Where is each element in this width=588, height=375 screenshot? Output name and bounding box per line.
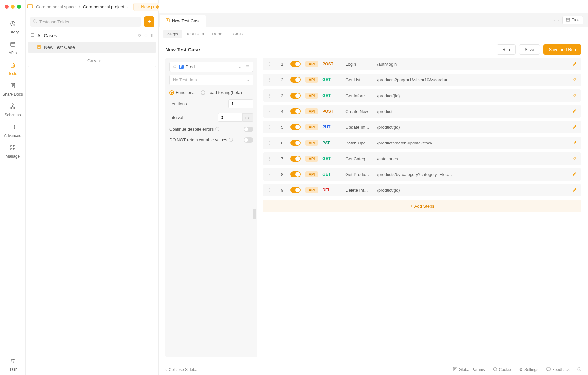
workspace-name[interactable]: Cora personal space — [36, 4, 76, 9]
radio-load-testing[interactable]: Load testing(beta) — [201, 90, 242, 95]
panel-resize-handle[interactable] — [253, 209, 256, 219]
rail-history[interactable]: History — [0, 17, 25, 38]
drag-handle-icon[interactable]: ⋮⋮ — [267, 188, 276, 193]
testdata-selector[interactable]: No Test data ⌄ — [169, 75, 253, 85]
close-window-icon[interactable] — [5, 5, 9, 9]
api-badge: API — [305, 140, 318, 146]
create-button[interactable]: + Create — [28, 55, 156, 67]
interval-unit: ms — [243, 113, 253, 122]
drag-handle-icon[interactable]: ⋮⋮ — [267, 109, 276, 114]
save-and-run-button[interactable]: Save and Run — [543, 44, 581, 55]
subtab-cicd[interactable]: CICD — [229, 30, 247, 38]
subtab-test-data[interactable]: Test Data — [182, 30, 208, 38]
edit-icon[interactable] — [572, 77, 577, 83]
drag-handle-icon[interactable]: ⋮⋮ — [267, 156, 276, 161]
rail-share-docs[interactable]: Share Docs — [0, 79, 25, 100]
diamond-icon[interactable]: ◇ — [144, 33, 148, 38]
edit-icon[interactable] — [572, 109, 577, 114]
edit-icon[interactable] — [572, 124, 577, 130]
step-row[interactable]: ⋮⋮ 6 API PAT Batch Upd… /products/batch-… — [263, 137, 581, 149]
edit-icon[interactable] — [572, 188, 577, 193]
drag-handle-icon[interactable]: ⋮⋮ — [267, 172, 276, 177]
step-toggle[interactable] — [290, 187, 301, 193]
chevron-down-icon[interactable]: ⌄ — [127, 4, 130, 9]
breadcrumb[interactable]: Cora personal space / Cora personal proj… — [36, 4, 130, 9]
edit-icon[interactable] — [572, 156, 577, 162]
http-method: PAT — [322, 141, 341, 145]
case-item[interactable]: New Test Case — [28, 42, 156, 53]
drag-handle-icon[interactable]: ⋮⋮ — [267, 140, 276, 145]
add-button[interactable]: + — [144, 16, 154, 27]
rail-apis[interactable]: APIs — [0, 38, 25, 58]
svg-point-15 — [34, 20, 36, 22]
tab-more-button[interactable]: ⋯ — [216, 15, 229, 25]
step-toggle[interactable] — [290, 61, 301, 67]
step-toggle[interactable] — [290, 93, 301, 99]
info-icon[interactable]: ⓘ — [577, 367, 581, 372]
help-icon[interactable]: ⓘ — [215, 127, 219, 132]
cookie-button[interactable]: Cookie — [493, 367, 511, 372]
interval-input[interactable] — [218, 113, 243, 122]
help-icon[interactable]: ⓘ — [229, 137, 233, 142]
sort-icon[interactable]: ⇅ — [150, 33, 154, 38]
search-placeholder: Testcase/Folder — [39, 19, 70, 24]
drag-handle-icon[interactable]: ⋮⋮ — [267, 124, 276, 130]
rail-manage[interactable]: Manage — [0, 141, 25, 162]
nav-next-icon[interactable]: › — [558, 18, 559, 23]
tab-new-test-case[interactable]: New Test Case — [160, 15, 206, 27]
rail-trash[interactable]: Trash — [0, 354, 25, 375]
step-row[interactable]: ⋮⋮ 7 API GET Get Categ… /categories — [263, 152, 581, 165]
step-toggle[interactable] — [290, 124, 301, 130]
settings-button[interactable]: ⚙ Settings — [519, 367, 538, 372]
edit-icon[interactable] — [572, 172, 577, 177]
step-row[interactable]: ⋮⋮ 8 API GET Get Produ… /products/by-cat… — [263, 168, 581, 181]
step-name: Delete Inf… — [345, 188, 372, 193]
step-toggle[interactable] — [290, 140, 301, 146]
plus-icon: + — [410, 204, 412, 209]
minimize-window-icon[interactable] — [11, 5, 15, 9]
edit-icon[interactable] — [572, 93, 577, 99]
drag-handle-icon[interactable]: ⋮⋮ — [267, 77, 276, 82]
save-button[interactable]: Save — [519, 44, 540, 55]
step-row[interactable]: ⋮⋮ 1 API POST Login /auth/login — [263, 58, 581, 70]
drag-handle-icon[interactable]: ⋮⋮ — [267, 93, 276, 98]
step-row[interactable]: ⋮⋮ 5 API PUT Update Inf… /product/{id} — [263, 121, 581, 133]
add-steps-button[interactable]: +Add Steps — [263, 200, 581, 212]
search-input[interactable]: Testcase/Folder — [30, 17, 141, 27]
all-cases-row[interactable]: All Cases ⟳ ◇ ⇅ — [26, 30, 158, 41]
step-row[interactable]: ⋮⋮ 4 API POST Create New /product — [263, 105, 581, 118]
run-button[interactable]: Run — [497, 44, 516, 55]
iterations-input[interactable] — [228, 99, 253, 108]
drag-handle-icon[interactable]: ⋮⋮ — [267, 61, 276, 67]
project-name[interactable]: Cora personal project — [83, 4, 124, 9]
step-toggle[interactable] — [290, 171, 301, 177]
rail-advanced[interactable]: Advanced — [0, 121, 25, 141]
edit-icon[interactable] — [572, 61, 577, 67]
env-selector[interactable]: ⚙ P Prod ⌄ ☰ — [169, 62, 253, 72]
continue-errors-toggle[interactable] — [244, 127, 253, 132]
subtab-report[interactable]: Report — [208, 30, 229, 38]
refresh-icon[interactable]: ⟳ — [138, 33, 142, 38]
rail-tests[interactable]: Tests — [0, 58, 25, 79]
step-toggle[interactable] — [290, 77, 301, 83]
step-row[interactable]: ⋮⋮ 9 API DEL Delete Inf… /product/{id} — [263, 184, 581, 196]
tab-add-button[interactable]: + — [206, 15, 216, 25]
nav-prev-icon[interactable]: ‹ — [554, 18, 556, 23]
radio-functional[interactable]: Functional — [169, 90, 196, 95]
step-toggle[interactable] — [290, 108, 301, 114]
rail-schemas[interactable]: Schemas — [0, 100, 25, 121]
retain-values-toggle[interactable] — [244, 137, 253, 143]
edit-icon[interactable] — [572, 140, 577, 146]
step-row[interactable]: ⋮⋮ 3 API GET Get Inform… /product/{id} — [263, 89, 581, 102]
task-button[interactable]: Task — [562, 16, 583, 24]
subtab-steps[interactable]: Steps — [163, 30, 182, 38]
radio-label: Load testing(beta) — [207, 90, 242, 95]
menu-icon[interactable]: ☰ — [246, 64, 250, 69]
global-params-button[interactable]: Global Params — [453, 367, 485, 372]
maximize-window-icon[interactable] — [17, 5, 21, 9]
share-docs-icon — [10, 82, 16, 91]
step-row[interactable]: ⋮⋮ 2 API GET Get List /products?page=1&s… — [263, 74, 581, 86]
feedback-button[interactable]: Feedback — [546, 367, 570, 372]
collapse-sidebar-button[interactable]: ‹ Collapse Sidebar — [165, 367, 199, 372]
step-toggle[interactable] — [290, 156, 301, 162]
